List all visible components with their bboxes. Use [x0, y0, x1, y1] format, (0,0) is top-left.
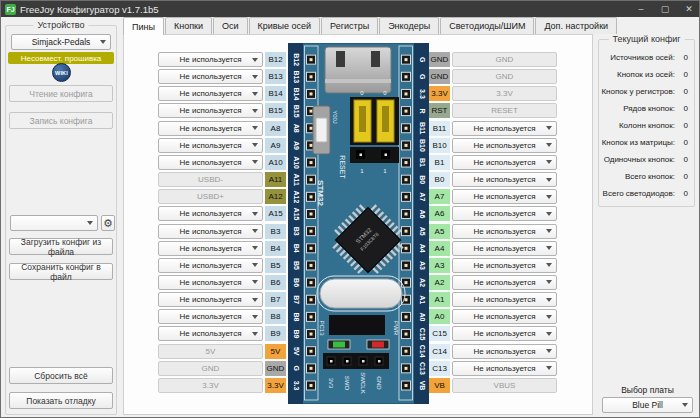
chevron-down-icon — [252, 109, 258, 113]
tab-кривые-осей[interactable]: Кривые осей — [249, 17, 321, 34]
board-select-label: Выбор платы — [602, 385, 693, 395]
tab-светодиоды-шим[interactable]: Светодиоды/ШИМ — [440, 17, 534, 34]
tab-кнопки[interactable]: Кнопки — [165, 17, 212, 34]
boot-jumpers[interactable] — [350, 97, 399, 163]
pin-function-select[interactable]: Не используется — [158, 224, 263, 239]
wiki-globe-icon[interactable]: WIKI — [52, 63, 71, 82]
stat-value: 0 — [682, 70, 688, 79]
svg-text:A12: A12 — [293, 190, 300, 203]
board-select-value: Blue Pill — [632, 400, 663, 410]
write-config-button[interactable]: Запись конфига — [9, 112, 113, 129]
svg-text:B12: B12 — [293, 53, 300, 66]
pin-function-select[interactable]: Не используется — [158, 155, 263, 170]
pin-function-select[interactable]: Не используется — [452, 155, 557, 170]
svg-text:B10: B10 — [419, 139, 426, 152]
svg-text:A7: A7 — [419, 192, 426, 201]
pin-function-select[interactable]: Не используется — [158, 121, 263, 136]
pin-row: Не используетсяA8 — [158, 121, 286, 136]
pin-function-select[interactable]: Не используется — [452, 361, 557, 376]
led-green — [328, 340, 350, 349]
svg-text:A11: A11 — [293, 173, 300, 186]
pin-function-select[interactable]: Не используется — [158, 138, 263, 153]
pin-function-select[interactable]: Не используется — [158, 52, 263, 67]
pin-name-label: A0 — [429, 309, 450, 324]
pin-function-select[interactable]: Не используется — [452, 292, 557, 307]
reset-button[interactable] — [313, 106, 330, 154]
tab-регистры[interactable]: Регистры — [321, 17, 378, 34]
chevron-down-icon — [252, 126, 258, 130]
pin-function-select[interactable]: Не используется — [158, 292, 263, 307]
pin-function-select[interactable]: Не используется — [158, 86, 263, 101]
svg-text:C13: C13 — [419, 362, 426, 375]
pin-row: A0Не используется — [429, 309, 557, 324]
pin-name-label: A9 — [265, 138, 286, 153]
stat-row: Всего светодиодов:0 — [603, 188, 688, 198]
pin-function-select[interactable]: Не используется — [158, 241, 263, 256]
chevron-down-icon — [252, 143, 258, 147]
pin-function-select[interactable]: Не используется — [158, 309, 263, 324]
pin-function-select[interactable]: Не используется — [452, 224, 557, 239]
pin-name-label: B4 — [265, 241, 286, 256]
svg-text:A5: A5 — [419, 227, 426, 236]
pin-name-label: B13 — [265, 69, 286, 84]
pin-function-select[interactable]: Не используется — [452, 206, 557, 221]
pin-function-select[interactable]: Не используется — [452, 309, 557, 324]
board-select[interactable]: Blue Pill — [602, 397, 693, 413]
save-config-button[interactable]: Сохранить конфиг в файл — [9, 263, 113, 280]
svg-text:C15: C15 — [419, 328, 426, 341]
tab-доп-настройки[interactable]: Доп. настройки — [535, 17, 617, 34]
pin-function-select[interactable]: Не используется — [452, 344, 557, 359]
pin-function-select[interactable]: Не используется — [452, 275, 557, 290]
pin-row: GNDGND — [158, 361, 286, 376]
pin-name-label: B3 — [265, 224, 286, 239]
pin-row: A2Не используется — [429, 275, 557, 290]
maximize-button[interactable]: ▢ — [653, 1, 677, 17]
tab-оси[interactable]: Оси — [213, 17, 248, 34]
pin-function-select[interactable]: Не используется — [452, 172, 557, 187]
pin-name-label: A8 — [265, 121, 286, 136]
close-button[interactable]: ✕ — [677, 1, 700, 17]
pin-row: USBD+A12 — [158, 189, 286, 204]
read-config-button[interactable]: Чтение конфига — [9, 85, 113, 102]
pin-function-select[interactable]: Не используется — [158, 69, 263, 84]
reset-silk-label: RESET — [339, 155, 346, 179]
stat-row: Одиночных кнопок:0 — [604, 154, 688, 164]
pin-function-select[interactable]: Не используется — [452, 138, 557, 153]
app-icon: FJ — [5, 4, 16, 15]
show-debug-button[interactable]: Показать отладку — [9, 392, 113, 409]
pin-function-select[interactable]: Не используется — [158, 275, 263, 290]
pin-function-select[interactable]: Не используется — [452, 189, 557, 204]
tab-пины[interactable]: Пины — [123, 17, 164, 35]
component-block — [329, 315, 385, 335]
svg-text:A2: A2 — [419, 278, 426, 287]
pin-function-select[interactable]: Не используется — [452, 121, 557, 136]
pin-function-static: USBD- — [158, 172, 263, 187]
stat-label: Рядов кнопок: — [623, 104, 675, 113]
svg-text:B13: B13 — [293, 70, 300, 83]
svg-text:B8: B8 — [293, 312, 300, 321]
load-config-button[interactable]: Загрузить конфиг из файла — [9, 238, 113, 255]
pin-function-select[interactable]: Не используется — [158, 258, 263, 273]
pin-function-select[interactable]: Не используется — [452, 241, 557, 256]
pin-name-label: GND — [429, 69, 450, 84]
device-select[interactable]: Simjack-Pedals — [11, 34, 111, 50]
pin-function-select[interactable]: Не используется — [158, 206, 263, 221]
chevron-down-icon — [252, 246, 258, 250]
pin-function-select[interactable]: Не используется — [158, 103, 263, 118]
svg-text:3.3: 3.3 — [419, 89, 426, 99]
pin-function-select[interactable]: Не используется — [158, 326, 263, 341]
led-red — [367, 340, 389, 349]
chevron-down-icon — [252, 160, 258, 164]
stat-label: Кнопок из осей: — [617, 70, 675, 79]
pin-name-label: B12 — [265, 52, 286, 67]
stat-value: 0 — [682, 189, 688, 198]
reset-all-button[interactable]: Сбросить всё — [9, 367, 113, 384]
pin-function-select[interactable]: Не используется — [452, 258, 557, 273]
tab-энкодеры[interactable]: Энкодеры — [379, 17, 439, 34]
chevron-down-icon — [546, 229, 552, 233]
pin-name-label: B0 — [429, 172, 450, 187]
preset-select[interactable] — [10, 215, 98, 231]
minimize-button[interactable]: – — [629, 1, 653, 17]
pin-function-select[interactable]: Не используется — [452, 326, 557, 341]
gear-icon[interactable]: ⚙ — [101, 215, 115, 231]
